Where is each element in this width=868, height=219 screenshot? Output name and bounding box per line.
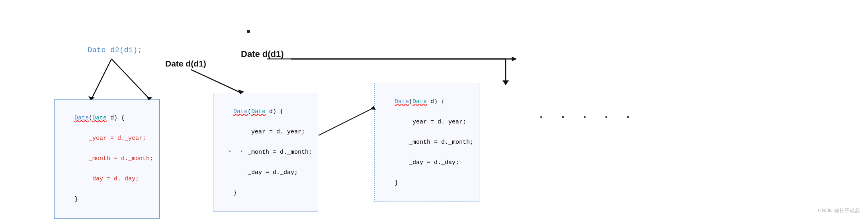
box3-keyword-date-param: Date	[412, 98, 427, 105]
label-d2-text: Date d2(d1);	[88, 46, 142, 55]
code-box-1: Date(Date d) { _year = d._year; _month =…	[54, 99, 160, 219]
top-dot	[247, 30, 250, 33]
box2-line-year: _year = d._year;	[233, 129, 305, 135]
svg-line-0	[92, 59, 111, 99]
box1-keyword-date-param: Date	[92, 115, 107, 121]
code-box-3: Date(Date d) { _year = d._year; _month =…	[374, 83, 479, 202]
box3-line-day: _day = d._day;	[395, 159, 459, 166]
box3-line-year: _year = d._year;	[395, 119, 466, 125]
svg-marker-12	[512, 57, 517, 61]
box2-line-day: _day = d._day;	[233, 169, 298, 176]
box1-line-year: _year = d._year;	[74, 135, 146, 142]
box2-close-brace: }	[233, 190, 237, 196]
ellipsis-bottom-box2: · ·	[228, 147, 245, 155]
label-date-d2: Date d2(d1);	[88, 46, 142, 55]
svg-line-1	[111, 59, 149, 99]
svg-line-9	[319, 108, 374, 135]
box2-keyword-date: Date	[233, 108, 248, 115]
box1-line-month: _month = d._month;	[74, 155, 153, 162]
label-date-d-1: Date d(d1)	[165, 59, 206, 68]
watermark: CSDN @袖子鼓起	[818, 207, 860, 214]
box2-keyword-date-param: Date	[251, 108, 266, 115]
svg-marker-8	[502, 80, 509, 85]
box1-line-day: _day = d._day;	[74, 176, 139, 182]
box1-close-brace: }	[74, 196, 78, 203]
box3-line-month: _month = d._month;	[395, 139, 473, 146]
box3-keyword-date: Date	[395, 98, 409, 105]
canvas: Date d2(d1); Date d(d1) Date d(d1) Date(…	[0, 0, 868, 219]
svg-line-4	[191, 70, 241, 93]
box3-close-brace: }	[395, 180, 398, 186]
box1-keyword-date: Date	[74, 115, 89, 121]
ellipsis-right: · · · · ·	[538, 110, 635, 124]
label-date-d-2: Date d(d1)	[241, 49, 284, 59]
